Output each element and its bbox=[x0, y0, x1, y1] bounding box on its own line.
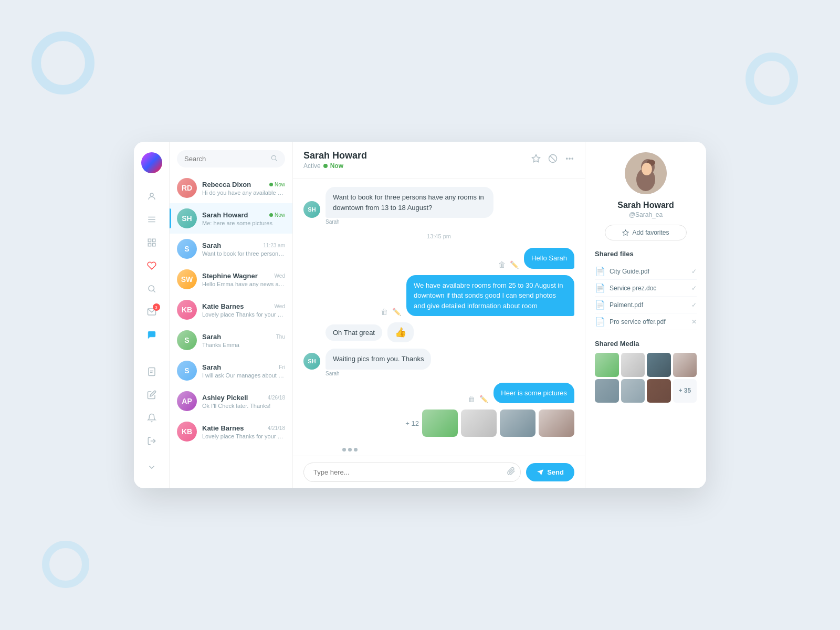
media-thumb-4[interactable] bbox=[673, 353, 697, 377]
chat-input-area: Send bbox=[293, 456, 585, 488]
media-more-label[interactable]: + 35 bbox=[673, 379, 697, 403]
contact-header: Sarah Fri bbox=[202, 363, 285, 371]
contact-name: Ashley Pickell bbox=[202, 394, 248, 402]
message-row-sent: 🗑 ✏️ Heer is some pictures bbox=[303, 383, 574, 404]
sidebar-item-list[interactable] bbox=[141, 209, 162, 230]
sidebar-item-mail[interactable]: 3 bbox=[141, 301, 162, 322]
message-received-wrapper: SH Waiting pics from you. Thanks Sarah bbox=[303, 349, 574, 376]
contact-header: Katie Barnes Wed bbox=[202, 302, 285, 310]
delete-icon[interactable]: 🗑 bbox=[498, 260, 506, 269]
media-thumb-7[interactable] bbox=[647, 379, 671, 403]
shared-file-item: 📄 Paiment.pdf ✓ bbox=[595, 297, 697, 313]
media-thumb-2[interactable] bbox=[621, 353, 645, 377]
deco-circle-top-right bbox=[746, 52, 798, 105]
file-icon: 📄 bbox=[595, 317, 605, 327]
contact-item-ashley[interactable]: AP Ashley Pickell 4/26/18 Ok I'll Check … bbox=[170, 386, 292, 416]
delete-icon[interactable]: 🗑 bbox=[468, 395, 475, 403]
sidebar-item-person[interactable] bbox=[141, 186, 162, 207]
send-button[interactable]: Send bbox=[526, 463, 574, 481]
message-bubble-received: Want to book for three persons have any … bbox=[326, 187, 494, 218]
typing-dot-3 bbox=[354, 448, 358, 452]
media-thumb-3[interactable] bbox=[647, 353, 671, 377]
search-input[interactable] bbox=[184, 155, 266, 163]
sidebar-item-layout[interactable] bbox=[141, 232, 162, 253]
file-action[interactable]: ✓ bbox=[691, 268, 697, 275]
chat-header: Sarah Howard Active Now bbox=[293, 142, 585, 178]
chat-header-left: Sarah Howard Active Now bbox=[303, 150, 367, 170]
edit-icon[interactable]: ✏️ bbox=[510, 260, 519, 269]
sidebar-item-heart[interactable] bbox=[141, 255, 162, 276]
contact-item-stephine[interactable]: SW Stephine Wagner Wed Hello Emma have a… bbox=[170, 264, 292, 295]
contact-time: Thu bbox=[276, 334, 285, 340]
message-bubble-sent: Hello Sarah bbox=[524, 248, 574, 269]
delete-icon[interactable]: 🗑 bbox=[381, 308, 388, 316]
image-thumb-1[interactable] bbox=[422, 410, 458, 437]
svg-rect-11 bbox=[149, 368, 155, 376]
contact-info: Sarah 11:23 am Want to book for three pe… bbox=[202, 242, 285, 257]
contact-item-katie2[interactable]: KB Katie Barnes 4/21/18 Lovely place Tha… bbox=[170, 416, 292, 447]
sidebar-item-doc[interactable] bbox=[141, 361, 162, 382]
sidebar-item-edit[interactable] bbox=[141, 384, 162, 405]
media-thumb-1[interactable] bbox=[595, 353, 619, 377]
contact-item-sarah3[interactable]: S Sarah Fri I will ask Our manages about… bbox=[170, 355, 292, 386]
image-thumb-4[interactable] bbox=[539, 410, 574, 437]
file-action[interactable]: ✕ bbox=[691, 318, 697, 326]
contact-info: Sarah Thu Thanks Emma bbox=[202, 333, 285, 348]
chat-header-right bbox=[531, 154, 574, 166]
block-icon[interactable] bbox=[548, 154, 558, 166]
contact-item-rebecca[interactable]: RD Rebecca Dixon Now Hi do you have any … bbox=[170, 173, 292, 203]
media-thumb-6[interactable] bbox=[621, 379, 645, 403]
profile-avatar bbox=[625, 152, 667, 194]
contact-item-katie1[interactable]: KB Katie Barnes Wed Lovely place Thanks … bbox=[170, 295, 292, 325]
contact-name: Sarah bbox=[202, 242, 221, 249]
sidebar-item-more[interactable] bbox=[141, 457, 162, 478]
contact-avatar: RD bbox=[177, 178, 197, 198]
contact-avatar: S bbox=[177, 330, 197, 350]
add-favorites-label: Add favorites bbox=[632, 229, 669, 236]
sidebar-item-bell[interactable] bbox=[141, 407, 162, 428]
add-favorites-button[interactable]: Add favorites bbox=[605, 225, 686, 240]
contact-name: Katie Barnes bbox=[202, 302, 244, 310]
media-thumb-5[interactable] bbox=[595, 379, 619, 403]
image-thumb-2[interactable] bbox=[461, 410, 497, 437]
shared-files-title: Shared files bbox=[595, 250, 697, 258]
chat-messages: SH Want to book for three persons have a… bbox=[293, 178, 585, 448]
file-action[interactable]: ✓ bbox=[691, 285, 697, 292]
search-bar[interactable] bbox=[177, 150, 285, 167]
message-input[interactable] bbox=[303, 463, 521, 482]
contact-item-sarah-howard[interactable]: SH Sarah Howard Now Me: here are some pi… bbox=[170, 203, 292, 234]
message-actions: 🗑 ✏️ bbox=[498, 260, 519, 269]
deco-circle-bottom-left bbox=[42, 541, 89, 588]
attach-icon[interactable] bbox=[507, 467, 516, 478]
edit-icon[interactable]: ✏️ bbox=[479, 395, 488, 403]
contact-item-sarah[interactable]: S Sarah 11:23 am Want to book for three … bbox=[170, 234, 292, 264]
sidebar-item-search[interactable] bbox=[141, 278, 162, 299]
profile-avatar-svg bbox=[625, 152, 667, 194]
file-action[interactable]: ✓ bbox=[691, 301, 697, 309]
contact-avatar: S bbox=[177, 239, 197, 259]
quick-reply-text[interactable]: Oh That great bbox=[326, 324, 382, 341]
file-name: City Guide.pdf bbox=[610, 268, 687, 275]
user-avatar[interactable] bbox=[141, 152, 162, 173]
sidebar-item-logout[interactable] bbox=[141, 430, 162, 452]
quick-reply-emoji[interactable]: 👍 bbox=[387, 322, 414, 342]
image-thumb-3[interactable] bbox=[500, 410, 536, 437]
contact-avatar: KB bbox=[177, 300, 197, 320]
shared-images: + 12 bbox=[405, 410, 574, 437]
online-dot bbox=[269, 213, 273, 217]
star-icon[interactable] bbox=[531, 154, 541, 166]
thumbs-up-icon: 👍 bbox=[395, 327, 406, 338]
sidebar-item-chat[interactable] bbox=[141, 324, 162, 345]
message-row-received: SH Waiting pics from you. Thanks bbox=[303, 349, 574, 370]
more-options-icon[interactable] bbox=[565, 154, 574, 166]
contact-item-sarah2[interactable]: S Sarah Thu Thanks Emma bbox=[170, 325, 292, 355]
sidebar: 3 bbox=[134, 142, 170, 488]
contact-header: Katie Barnes 4/21/18 bbox=[202, 424, 285, 432]
timestamp: 13:45 pm bbox=[303, 233, 574, 239]
file-name: Service prez.doc bbox=[610, 285, 687, 292]
contact-avatar: SW bbox=[177, 269, 197, 289]
edit-icon[interactable]: ✏️ bbox=[392, 308, 401, 316]
contact-header: Sarah Thu bbox=[202, 333, 285, 341]
contact-preview: I will ask Our manages about that bbox=[202, 372, 285, 379]
contact-name: Katie Barnes bbox=[202, 424, 244, 432]
